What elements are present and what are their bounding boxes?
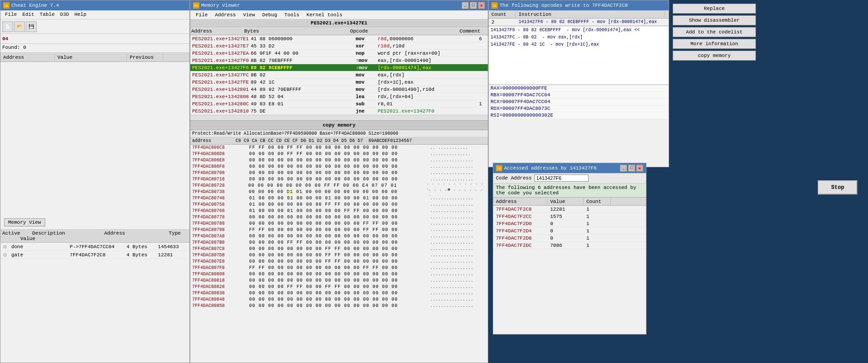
menu-d3d[interactable]: D3D: [57, 11, 72, 18]
accessed-title: Accessed addresses by 1413427F6: [504, 165, 597, 171]
mem-row-5[interactable]: PES2021.exe+13427FC 8B 02 mov eax,[rdx]: [190, 71, 488, 79]
mem-row-1[interactable]: PES2021.exe+13427E7 45 33 D2 xor r10d,r1…: [190, 42, 488, 50]
toolbar-new[interactable]: 📄: [2, 21, 13, 32]
mem-row-3[interactable]: PES2021.exe+13427F0 8B 82 70EBFFFF ↑mov …: [190, 57, 488, 64]
checkbox-gate[interactable]: ☐: [0, 252, 9, 258]
acc-row-5[interactable]: 7FF4DAC7F2DC 7086 1: [493, 242, 646, 249]
hex-ascii-16: ................: [430, 246, 473, 251]
hex-addr-21: 7FF4DAC80818: [190, 278, 249, 283]
accessed-close-btn[interactable]: ✕: [636, 165, 643, 172]
mem-comment-0: 6: [473, 36, 488, 42]
mem-row-7[interactable]: PES2021.exe+1342801 44 89 92 70EBFFFF mo…: [190, 86, 488, 93]
mem-op-8: lea: [356, 94, 378, 99]
mem-hdr-bytes: Bytes: [244, 28, 350, 34]
mem-close-btn[interactable]: ✕: [478, 2, 485, 9]
menu-table[interactable]: Table: [37, 11, 57, 18]
mem-row-0[interactable]: PES2021.exe+13427E1 41 88 06000000 mov r…: [190, 35, 488, 42]
accessed-maximize-btn[interactable]: □: [628, 165, 635, 172]
mem-addr-6: PES2021.exe+13427FE: [190, 80, 249, 85]
hex-addr-16: 7FF4DAC807C8: [190, 246, 249, 251]
mem-detail-1: r10d,r10d: [377, 43, 473, 49]
mem-addr-8: PES2021.exe+1342808: [190, 94, 249, 99]
memory-view-button[interactable]: Memory View: [4, 218, 45, 226]
opcodes-row-0[interactable]: 2 1413427F6 - 89 82 8CEBFFFF - mov [rdx-…: [489, 19, 669, 26]
ce-address-bar: 04: [0, 34, 189, 44]
hex-ascii-23: ................: [430, 291, 473, 296]
mem-menu-kernel[interactable]: Kernel tools: [303, 12, 346, 18]
hex-row-22: 7FF4DAC80828 00 00 00 00 FF FF 00 00 FF …: [190, 284, 488, 290]
show-disasm-button[interactable]: Show disassembler: [673, 15, 756, 25]
hex-row-1: 7FF4DAC806D8 00 00 00 00 FF FF 00 00 00 …: [190, 151, 488, 157]
hex-ascii-4: ................: [430, 170, 473, 175]
mem-menu-debug[interactable]: Debug: [259, 12, 281, 18]
mem-row-6[interactable]: PES2021.exe+13427FE 89 42 1C mov [rdx+1C…: [190, 79, 488, 86]
mem-row-4-selected[interactable]: PES2021.exe+13427F6 89 82 8CEBFFFF ↑mov …: [190, 64, 488, 71]
hex-ascii-10: ................: [430, 208, 473, 213]
mem-row-9[interactable]: PES2021.exe+134280C 49 83 E8 01 sub r8,0…: [190, 100, 488, 108]
val-gate: 12281: [158, 252, 189, 258]
acc-count-5: 1: [584, 243, 611, 248]
stop-button[interactable]: Stop: [818, 180, 858, 195]
opcodes-icon: CE: [491, 2, 498, 9]
ce-address-table: [0, 62, 189, 216]
col-description: Description: [32, 231, 65, 236]
mem-titlebar-left: MV Memory Viewer: [193, 2, 240, 9]
acc-addr-4: 7FF4DAC7F2D8: [493, 236, 547, 241]
mem-op-7: mov: [356, 87, 378, 92]
acc-row-1[interactable]: 7FF4DAC7F2CC 1575 1: [493, 213, 646, 220]
hex-row-13: 7FF4DAC80798 FF FF 00 00 00 00 00 00 00 …: [190, 227, 488, 233]
opcodes-panel: CE The following opcodes write to 7FF4DA…: [488, 0, 669, 167]
desc-gate: gate: [9, 252, 68, 258]
mem-row-2[interactable]: PES2021.exe+13427EA 66 0F1F 44 00 00 nop…: [190, 50, 488, 57]
accessed-table-header: Address Value Count: [493, 198, 646, 206]
mem-horiz-scrollbar[interactable]: [190, 115, 488, 120]
mem-menu-address[interactable]: Address: [211, 12, 239, 18]
menu-file[interactable]: File: [2, 11, 19, 18]
mem-menu-view[interactable]: View: [240, 12, 259, 18]
mem-table-header: Address Bytes Opcode Comment: [190, 27, 488, 35]
mem-hex-header: address C8 C9 CA CB CC CD CE CF D0 D1 D2…: [190, 137, 488, 145]
acc-row-4[interactable]: 7FF4DAC7F2D8 0 1: [493, 235, 646, 242]
mem-menu-file[interactable]: File: [192, 12, 211, 18]
mem-minimize-btn[interactable]: _: [462, 2, 469, 9]
menu-help[interactable]: Help: [72, 11, 89, 18]
hex-header-text: address C8 C9 CA CB CC CD CE CF D0 D1 D2…: [192, 138, 412, 143]
hex-addr-10: 7FF4DAC80768: [190, 208, 249, 213]
code-addr-input[interactable]: [534, 174, 589, 182]
hex-addr-12: 7FF4DAC80788: [190, 221, 249, 226]
more-info-button[interactable]: More information: [673, 39, 756, 49]
mem-menu-tools[interactable]: Tools: [281, 12, 303, 18]
disasm-area: 1413427F6 - 89 82 8CEBFFFF - mov [rdx-00…: [489, 26, 669, 85]
toolbar-open[interactable]: 📂: [14, 21, 25, 32]
acc-row-0[interactable]: 7FF4DAC7F2C8 12281 1: [493, 206, 646, 213]
add-codelist-button[interactable]: Add to the codelist: [673, 27, 756, 37]
mem-op-5: mov: [356, 72, 378, 78]
ce-status: Found: 0: [0, 44, 189, 53]
hex-ascii-19: ................: [430, 265, 473, 270]
hex-ascii-18: ................: [430, 259, 473, 264]
mem-bytes-1: 45 33 D2: [249, 43, 355, 49]
toolbar-save[interactable]: 💾: [26, 21, 37, 32]
mem-addr-5: PES2021.exe+13427FC: [190, 72, 249, 78]
acc-row-3[interactable]: 7FF4DAC7F2D4 0 1: [493, 227, 646, 235]
mem-row-10[interactable]: PES2021.exe+1342810 75 DE jne PES2021.ex…: [190, 108, 488, 115]
hex-row-23: 7FF4DAC80838 00 00 00 00 00 00 00 00 00 …: [190, 290, 488, 297]
acc-row-2[interactable]: 7FF4DAC7F2D0 0 1: [493, 220, 646, 227]
hex-ascii-13: ................: [430, 227, 473, 232]
disasm-line-2: 1413427FE - 89 42 1C - mov [rdx+1C],eax: [489, 41, 669, 48]
hex-bytes-9: 01 00 00 00 00 00 00 00 FF FF 00 00 00 0…: [249, 202, 430, 207]
copy-memory-button[interactable]: copy memory: [673, 51, 756, 61]
replace-button[interactable]: Replace: [673, 4, 756, 14]
menu-edit[interactable]: Edit: [19, 11, 37, 18]
checkbox-done[interactable]: ☐: [0, 244, 9, 250]
mem-addr-2: PES2021.exe+13427EA: [190, 51, 249, 56]
hex-bytes-14: 00 00 00 00 00 00 00 00 00 00 00 00 00 0…: [249, 234, 430, 239]
hex-row-0: 7FF4DAC806C8 FF FF 00 00 FF FF 00 00 00 …: [190, 145, 488, 151]
hex-ascii-20: ................: [430, 272, 473, 277]
hex-bytes-15: 00 00 00 00 FF FF 00 00 00 00 00 00 00 0…: [249, 240, 430, 245]
mem-row-8[interactable]: PES2021.exe+1342808 48 8D 52 04 lea rdx,…: [190, 93, 488, 100]
col-header-previous: Previous: [127, 54, 163, 61]
mem-maximize-btn[interactable]: □: [470, 2, 477, 9]
accessed-minimize-btn[interactable]: _: [620, 165, 627, 172]
mem-op-4: ↑mov: [356, 65, 378, 71]
